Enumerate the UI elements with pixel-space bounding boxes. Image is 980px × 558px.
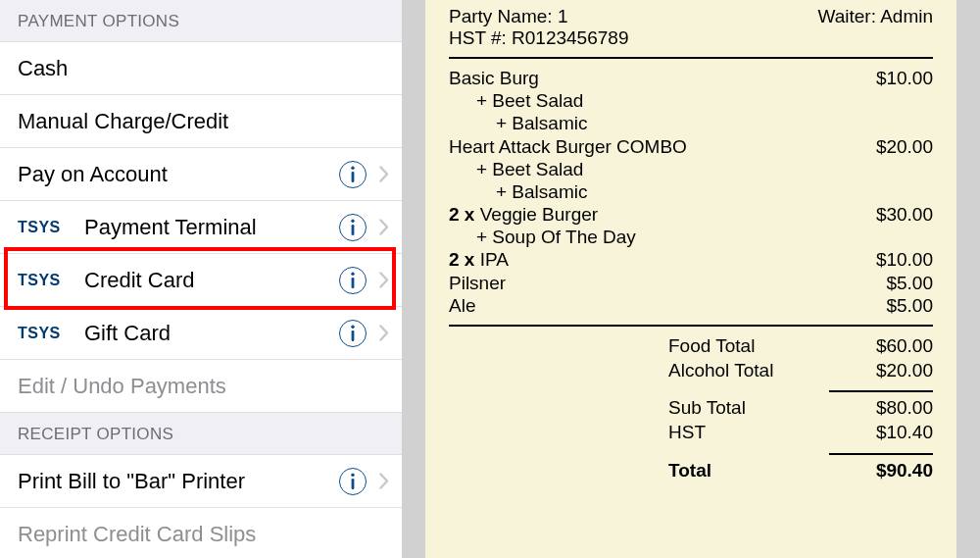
receipt-line: 2 x IPA$10.00 (449, 248, 933, 271)
tsys-brand: TSYS (18, 325, 71, 342)
hst-number: HST #: R0123456789 (449, 27, 933, 49)
pay-credit-card[interactable]: TSYSCredit Card (0, 254, 402, 307)
receipt-line: Basic Burg$10.00 (449, 67, 933, 89)
receipt-modifier: + Beet Salad (449, 89, 933, 112)
receipt-line: 2 x Veggie Burger$30.00 (449, 203, 933, 226)
reprint-cc-slips: Reprint Credit Card Slips (0, 508, 402, 558)
payment-sidebar: PAYMENT OPTIONSCashManual Charge/CreditP… (0, 0, 402, 558)
item-label: Pay on Account (18, 162, 339, 187)
receipt: Party Name: 1 Waiter: Admin HST #: R0123… (425, 0, 956, 558)
receipt-panel: Party Name: 1 Waiter: Admin HST #: R0123… (402, 0, 980, 558)
svg-rect-5 (352, 278, 355, 288)
item-label: Credit Card (84, 268, 339, 293)
svg-rect-9 (352, 479, 355, 489)
pay-terminal[interactable]: TSYSPayment Terminal (0, 201, 402, 254)
chevron-right-icon (378, 166, 390, 183)
svg-point-8 (351, 473, 354, 476)
item-label: Cash (18, 56, 390, 81)
item-label: Gift Card (84, 321, 339, 346)
section-header: PAYMENT OPTIONS (0, 0, 402, 42)
receipt-modifier: + Balsamic (449, 180, 933, 203)
edit-undo-payments: Edit / Undo Payments (0, 360, 402, 413)
item-label: Print Bill to "Bar" Printer (18, 469, 339, 494)
tsys-brand: TSYS (18, 219, 71, 236)
receipt-modifier: + Balsamic (449, 112, 933, 134)
party-name: Party Name: 1 (449, 6, 567, 27)
chevron-right-icon (378, 272, 390, 289)
svg-point-6 (351, 325, 354, 328)
item-label: Manual Charge/Credit (18, 109, 390, 134)
svg-point-4 (351, 272, 354, 275)
receipt-line: Heart Attack Burger COMBO$20.00 (449, 135, 933, 158)
item-label: Reprint Credit Card Slips (18, 522, 390, 547)
svg-point-0 (351, 166, 354, 169)
info-icon[interactable] (339, 267, 367, 294)
pay-manual[interactable]: Manual Charge/Credit (0, 95, 402, 148)
section-header: RECEIPT OPTIONS (0, 413, 402, 455)
receipt-total-line: Total$90.40 (668, 459, 933, 483)
chevron-right-icon (378, 325, 390, 342)
receipt-items: Basic Burg$10.00+ Beet Salad+ BalsamicHe… (449, 67, 933, 317)
receipt-subtotals: Food Total$60.00Alcohol Total$20.00Sub T… (668, 334, 933, 482)
pay-cash[interactable]: Cash (0, 42, 402, 95)
svg-rect-7 (352, 330, 355, 341)
chevron-right-icon (378, 473, 390, 490)
item-label: Payment Terminal (84, 215, 339, 240)
item-label: Edit / Undo Payments (18, 374, 390, 399)
pay-on-account[interactable]: Pay on Account (0, 148, 402, 201)
receipt-modifier: + Beet Salad (449, 158, 933, 180)
svg-rect-3 (352, 225, 355, 235)
info-icon[interactable] (339, 214, 367, 241)
receipt-line: Pilsner$5.00 (449, 272, 933, 294)
receipt-line: Ale$5.00 (449, 294, 933, 317)
receipt-modifier: + Soup Of The Day (449, 226, 933, 248)
chevron-right-icon (378, 219, 390, 236)
pay-gift-card[interactable]: TSYSGift Card (0, 307, 402, 360)
receipt-total-line: Alcohol Total$20.00 (668, 359, 933, 383)
waiter: Waiter: Admin (817, 6, 933, 27)
info-icon[interactable] (339, 161, 367, 188)
tsys-brand: TSYS (18, 272, 71, 289)
receipt-total-line: Food Total$60.00 (668, 334, 933, 359)
svg-rect-1 (352, 172, 355, 182)
print-bill-bar[interactable]: Print Bill to "Bar" Printer (0, 455, 402, 508)
receipt-total-line: HST$10.40 (668, 421, 933, 445)
receipt-total-line: Sub Total$80.00 (668, 396, 933, 421)
info-icon[interactable] (339, 320, 367, 347)
info-icon[interactable] (339, 468, 367, 495)
svg-point-2 (351, 219, 354, 222)
